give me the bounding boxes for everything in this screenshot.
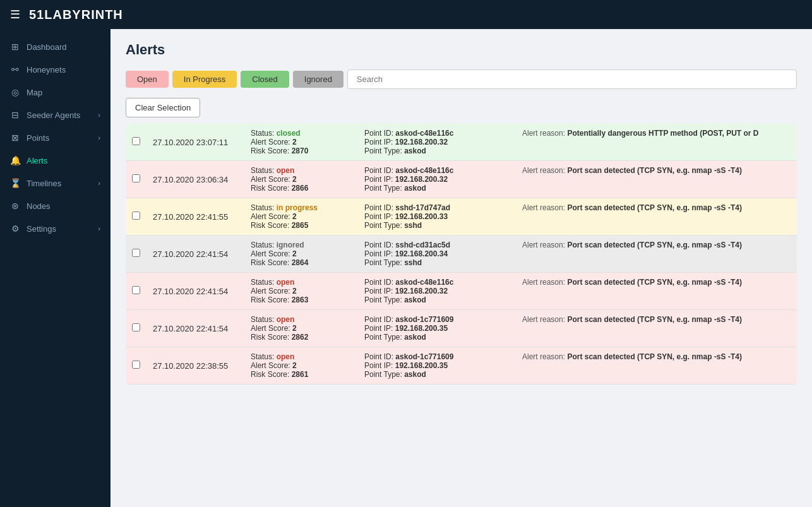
row-checkbox-cell-1[interactable] [126,161,146,198]
row-reason-cell-6: Alert reason: Port scan detected (TCP SY… [516,347,797,385]
table-row[interactable]: 27.10.2020 22:41:54 Status: open Alert S… [126,310,797,347]
alert-reason-label-1: Alert reason: [522,166,567,175]
sidebar-item-settings[interactable]: ⚙ Settings › [0,217,110,240]
table-row[interactable]: 27.10.2020 23:06:34 Status: open Alert S… [126,161,797,198]
point-id-value-5: askod-1c771609 [395,315,453,324]
point-ip-value-6: 192.168.200.35 [395,361,448,370]
row-point-type-6: Point Type: askod [364,370,510,379]
alert-reason-value-1: Port scan detected (TCP SYN, e.g. nmap -… [567,166,742,175]
risk-score-value-0: 2870 [292,146,309,155]
status-value-3: ignored [277,241,304,249]
row-checkbox-cell-2[interactable] [126,198,146,236]
point-type-value-5: askod [404,333,426,342]
point-type-value-6: askod [404,370,426,379]
alert-score-value-2: 2 [292,212,297,221]
table-row[interactable]: 27.10.2020 22:38:55 Status: open Alert S… [126,347,797,385]
table-row[interactable]: 27.10.2020 22:41:55 Status: in progress … [126,198,797,236]
row-alert-score-5: Alert Score: 2 [251,324,352,333]
filter-closed-button[interactable]: Closed [241,71,289,88]
row-checkbox-cell-3[interactable] [126,236,146,273]
status-value-4: open [277,278,295,287]
row-datetime-1: 27.10.2020 23:06:34 [146,161,244,198]
logo: 51LABYRINTH [29,8,123,22]
sidebar-item-seeder-agents[interactable]: ⊟ Seeder Agents › [0,104,110,126]
risk-score-value-2: 2865 [292,221,309,230]
sidebar-icon-map: ◎ [10,87,20,97]
row-checkbox-cell-4[interactable] [126,273,146,310]
row-checkbox-cell-0[interactable] [126,124,146,161]
status-value-5: open [277,315,295,324]
sidebar-item-alerts[interactable]: 🔔 Alerts [0,149,110,172]
point-id-value-4: askod-c48e116c [395,278,453,287]
point-ip-value-3: 192.168.200.34 [395,249,448,258]
filter-in-progress-button[interactable]: In Progress [172,71,237,88]
point-id-value-6: askod-1c771609 [395,352,453,361]
row-reason-cell-3: Alert reason: Port scan detected (TCP SY… [516,236,797,273]
menu-icon[interactable]: ☰ [10,8,20,21]
row-point-cell-3: Point ID: sshd-cd31ac5d Point IP: 192.16… [358,236,516,273]
alert-reason-label-6: Alert reason: [522,352,567,361]
point-type-value-3: sshd [404,258,422,267]
row-alert-score-3: Alert Score: 2 [251,249,352,258]
sidebar-icon-points: ⊠ [10,133,20,143]
row-alert-score-2: Alert Score: 2 [251,212,352,221]
filter-open-button[interactable]: Open [126,71,169,88]
sidebar-label-settings: Settings [27,224,56,234]
row-status-4: Status: open [251,278,352,287]
chevron-right-icon: › [98,111,100,119]
point-type-value-1: askod [404,184,426,193]
chevron-right-icon: › [98,225,100,232]
point-id-value-0: askod-c48e116c [395,129,453,138]
row-status-cell-2: Status: in progress Alert Score: 2 Risk … [244,198,358,236]
row-point-ip-1: Point IP: 192.168.200.32 [364,175,510,184]
row-checkbox-cell-6[interactable] [126,347,146,385]
alert-reason-value-2: Port scan detected (TCP SYN, e.g. nmap -… [567,203,742,212]
row-point-type-1: Point Type: askod [364,184,510,193]
alert-reason-value-3: Port scan detected (TCP SYN, e.g. nmap -… [567,241,742,249]
table-row[interactable]: 27.10.2020 22:41:54 Status: open Alert S… [126,273,797,310]
alert-score-value-1: 2 [292,175,297,184]
search-input[interactable] [347,69,797,89]
row-alert-score-0: Alert Score: 2 [251,138,352,146]
sidebar-item-points[interactable]: ⊠ Points › [0,126,110,149]
row-reason-cell-2: Alert reason: Port scan detected (TCP SY… [516,198,797,236]
point-ip-value-2: 192.168.200.33 [395,212,448,221]
sidebar-item-dashboard[interactable]: ⊞ Dashboard [0,35,110,58]
row-checkbox-0[interactable] [132,137,140,145]
alert-score-value-4: 2 [292,287,297,295]
table-row[interactable]: 27.10.2020 22:41:54 Status: ignored Aler… [126,236,797,273]
risk-score-value-1: 2866 [292,184,309,193]
row-point-ip-0: Point IP: 192.168.200.32 [364,138,510,146]
row-risk-score-1: Risk Score: 2866 [251,184,352,193]
alerts-table: 27.10.2020 23:07:11 Status: closed Alert… [126,124,797,385]
sidebar-item-nodes[interactable]: ⊛ Nodes [0,194,110,217]
row-point-type-4: Point Type: askod [364,295,510,304]
row-checkbox-3[interactable] [132,249,140,257]
alert-reason-value-5: Port scan detected (TCP SYN, e.g. nmap -… [567,315,742,324]
row-checkbox-2[interactable] [132,212,140,220]
row-checkbox-5[interactable] [132,323,140,331]
alert-score-value-5: 2 [292,324,297,333]
row-checkbox-cell-5[interactable] [126,310,146,347]
sidebar-label-nodes: Nodes [27,201,51,211]
row-checkbox-4[interactable] [132,286,140,294]
row-point-id-2: Point ID: sshd-17d747ad [364,203,510,212]
point-type-value-2: sshd [404,221,422,230]
filter-ignored-button[interactable]: Ignored [293,71,343,88]
point-ip-value-0: 192.168.200.32 [395,138,448,146]
sidebar-item-timelines[interactable]: ⌛ Timelines › [0,172,110,194]
sidebar-item-map[interactable]: ◎ Map [0,81,110,104]
status-value-0: closed [277,129,301,138]
sidebar-label-map: Map [27,88,42,97]
sidebar-item-honeynets[interactable]: ⚯ Honeynets [0,58,110,81]
row-checkbox-6[interactable] [132,361,140,369]
clear-selection-button[interactable]: Clear Selection [126,98,200,117]
alert-reason-value-0: Potentially dangerous HTTP method (POST,… [567,129,758,138]
row-point-id-5: Point ID: askod-1c771609 [364,315,510,324]
sidebar-label-seeder-agents: Seeder Agents [27,110,80,120]
row-status-5: Status: open [251,315,352,324]
table-row[interactable]: 27.10.2020 23:07:11 Status: closed Alert… [126,124,797,161]
row-point-id-0: Point ID: askod-c48e116c [364,129,510,138]
row-status-cell-5: Status: open Alert Score: 2 Risk Score: … [244,310,358,347]
row-checkbox-1[interactable] [132,174,140,182]
